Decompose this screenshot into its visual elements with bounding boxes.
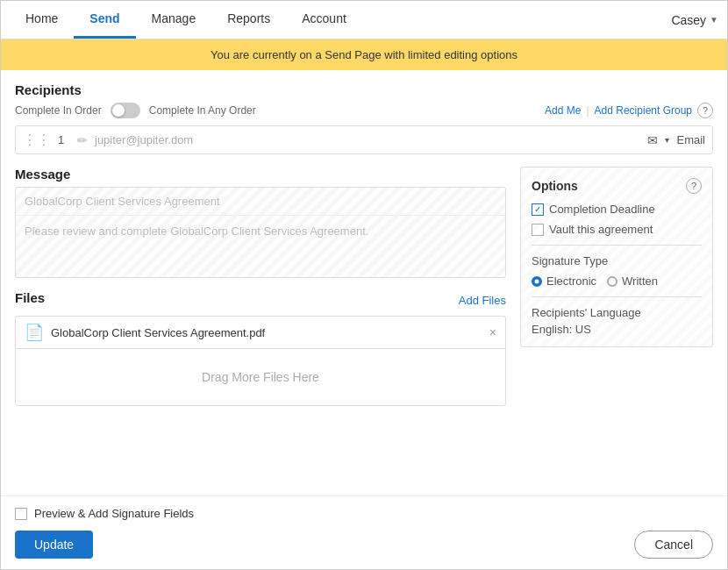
recipients-controls: Complete In Order Complete In Any Order … — [15, 103, 713, 118]
preview-row: Preview & Add Signature Fields — [15, 507, 713, 520]
drag-handle-icon[interactable]: ⋮⋮ — [23, 132, 51, 148]
right-column: Options ? ✓ Completion Deadline Vault — [520, 167, 713, 406]
preview-label: Preview & Add Signature Fields — [34, 507, 194, 520]
file-name: GlobalCorp Client Services Agreement.pdf — [51, 326, 482, 339]
options-help-icon[interactable]: ? — [686, 178, 702, 194]
cancel-button[interactable]: Cancel — [634, 531, 713, 559]
options-header: Options ? — [532, 178, 702, 194]
files-header: Files Add Files — [15, 290, 506, 310]
signature-type-group: Electronic Written — [532, 274, 702, 288]
toggle-knob — [112, 104, 125, 117]
options-divider-1 — [532, 245, 702, 246]
envelope-icon: ✉ — [647, 133, 658, 147]
options-panel: Options ? ✓ Completion Deadline Vault — [520, 167, 713, 347]
recipient-pen-icon: ✏ — [77, 133, 88, 147]
tab-home[interactable]: Home — [10, 1, 74, 39]
nav-bar: Home Send Manage Reports Account Casey ▼ — [1, 1, 727, 39]
recipient-number: 1 — [58, 133, 70, 146]
complete-in-order-label: Complete In Order — [15, 104, 102, 117]
recipients-help-icon[interactable]: ? — [697, 103, 713, 118]
completion-deadline-checkbox[interactable]: ✓ — [532, 203, 544, 216]
user-menu[interactable]: Casey ▼ — [671, 1, 718, 39]
completion-deadline-label: Completion Deadline — [549, 203, 655, 216]
drag-zone[interactable]: Drag More Files Here — [15, 348, 506, 406]
options-title: Options — [532, 179, 578, 193]
signature-type-title: Signature Type — [532, 254, 702, 267]
message-body[interactable]: Please review and complete GlobalCorp Cl… — [16, 216, 505, 277]
vault-option: Vault this agreement — [532, 223, 702, 236]
tab-reports[interactable]: Reports — [211, 1, 286, 39]
recipient-row: ⋮⋮ 1 ✏ jupiter@jupiter.dom ✉ ▾ Email — [15, 125, 713, 154]
radio-electronic[interactable]: Electronic — [532, 274, 596, 288]
completion-deadline-option: ✓ Completion Deadline — [532, 203, 702, 216]
recipients-actions: Add Me | Add Recipient Group ? — [545, 103, 713, 118]
tab-send[interactable]: Send — [74, 1, 135, 39]
recipients-section: Recipients Complete In Order Complete In… — [15, 82, 713, 154]
recipients-language-title: Recipients' Language — [532, 306, 702, 319]
vault-label: Vault this agreement — [549, 223, 653, 236]
tab-manage[interactable]: Manage — [136, 1, 212, 39]
radio-written-icon — [607, 276, 617, 287]
vault-checkbox[interactable] — [532, 224, 544, 236]
radio-electronic-icon — [532, 276, 542, 287]
app-window: Home Send Manage Reports Account Casey ▼… — [0, 0, 728, 570]
user-name: Casey — [671, 13, 706, 27]
limited-editing-banner: You are currently on a Send Page with li… — [1, 39, 727, 70]
file-row: 📄 GlobalCorp Client Services Agreement.p… — [15, 316, 506, 348]
message-box: GlobalCorp Client Services Agreement Ple… — [15, 187, 506, 278]
add-files-link[interactable]: Add Files — [459, 294, 506, 307]
recipients-title: Recipients — [15, 82, 713, 97]
drag-zone-label: Drag More Files Here — [202, 370, 319, 384]
complete-any-order-label: Complete In Any Order — [149, 104, 256, 117]
update-button[interactable]: Update — [15, 531, 93, 559]
complete-order-toggle[interactable] — [111, 103, 140, 118]
message-subject[interactable]: GlobalCorp Client Services Agreement — [16, 188, 505, 216]
two-col-layout: Message GlobalCorp Client Services Agree… — [15, 167, 713, 406]
left-column: Message GlobalCorp Client Services Agree… — [15, 167, 506, 406]
main-content: Recipients Complete In Order Complete In… — [1, 70, 727, 495]
pipe-separator: | — [586, 104, 589, 117]
files-title: Files — [15, 290, 45, 305]
file-remove-button[interactable]: × — [489, 325, 496, 339]
options-divider-2 — [532, 296, 702, 297]
add-recipient-group-link[interactable]: Add Recipient Group — [595, 104, 692, 117]
type-chevron-icon[interactable]: ▾ — [665, 135, 669, 145]
message-title: Message — [15, 167, 506, 182]
recipient-type-label: Email — [676, 133, 705, 146]
written-label: Written — [622, 274, 658, 288]
add-me-link[interactable]: Add Me — [545, 104, 581, 117]
tab-account[interactable]: Account — [286, 1, 362, 39]
language-value: English: US — [532, 323, 702, 336]
electronic-label: Electronic — [546, 274, 596, 288]
footer-buttons: Update Cancel — [15, 531, 713, 559]
message-section: Message GlobalCorp Client Services Agree… — [15, 167, 506, 278]
recipient-email[interactable]: jupiter@jupiter.dom — [95, 133, 640, 146]
footer: Preview & Add Signature Fields Update Ca… — [1, 495, 727, 569]
user-chevron-icon: ▼ — [710, 15, 718, 25]
preview-checkbox[interactable] — [15, 508, 27, 520]
files-section: Files Add Files 📄 GlobalCorp Client Serv… — [15, 290, 506, 406]
pdf-icon: 📄 — [25, 323, 44, 342]
radio-written[interactable]: Written — [607, 274, 658, 288]
